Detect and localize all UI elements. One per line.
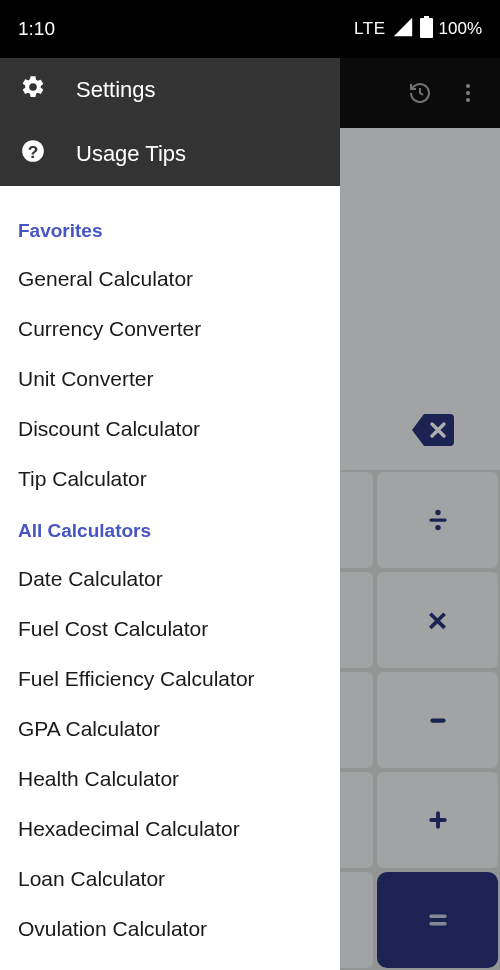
battery-icon [420, 16, 433, 43]
all-ovulation-calculator[interactable]: Ovulation Calculator [0, 904, 340, 954]
status-time: 1:10 [18, 18, 55, 40]
fav-unit-converter[interactable]: Unit Converter [0, 354, 340, 404]
fav-discount-calculator[interactable]: Discount Calculator [0, 404, 340, 454]
all-gpa-calculator[interactable]: GPA Calculator [0, 704, 340, 754]
drawer-body: Favorites General Calculator Currency Co… [0, 186, 340, 954]
all-loan-calculator[interactable]: Loan Calculator [0, 854, 340, 904]
fav-tip-calculator[interactable]: Tip Calculator [0, 454, 340, 504]
gear-icon [20, 74, 46, 106]
all-fuel-cost-calculator[interactable]: Fuel Cost Calculator [0, 604, 340, 654]
drawer-top: Settings ? Usage Tips [0, 58, 340, 186]
drawer-usage-tips[interactable]: ? Usage Tips [0, 122, 340, 186]
svg-text:?: ? [28, 142, 39, 162]
status-bar: 1:10 LTE 100% [0, 0, 500, 58]
all-health-calculator[interactable]: Health Calculator [0, 754, 340, 804]
drawer-settings-label: Settings [76, 77, 156, 103]
drawer-scrim[interactable] [340, 58, 500, 970]
signal-icon [392, 16, 414, 43]
drawer-usage-tips-label: Usage Tips [76, 141, 186, 167]
battery-percent: 100% [439, 19, 482, 39]
all-hexadecimal-calculator[interactable]: Hexadecimal Calculator [0, 804, 340, 854]
nav-drawer: Settings ? Usage Tips Favorites General … [0, 58, 340, 970]
all-date-calculator[interactable]: Date Calculator [0, 554, 340, 604]
favorites-header: Favorites [0, 204, 340, 254]
fav-general-calculator[interactable]: General Calculator [0, 254, 340, 304]
drawer-settings[interactable]: Settings [0, 58, 340, 122]
help-icon: ? [20, 138, 46, 170]
lte-label: LTE [354, 19, 385, 39]
all-fuel-efficiency-calculator[interactable]: Fuel Efficiency Calculator [0, 654, 340, 704]
all-calculators-header: All Calculators [0, 504, 340, 554]
fav-currency-converter[interactable]: Currency Converter [0, 304, 340, 354]
status-right: LTE 100% [354, 16, 482, 43]
